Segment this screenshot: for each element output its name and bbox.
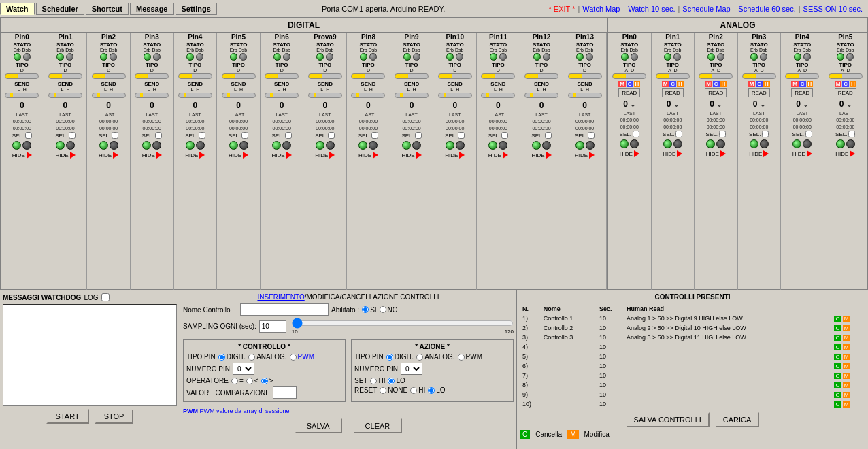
hide-row[interactable]: HIDE	[272, 152, 292, 159]
sampling-input[interactable]	[259, 320, 286, 333]
send-slider[interactable]	[265, 93, 299, 98]
circle-btn-2[interactable]	[542, 141, 551, 150]
sel-checkbox[interactable]	[719, 131, 726, 137]
circle-btn-2[interactable]	[456, 141, 465, 150]
m-btn[interactable]: M	[662, 81, 669, 87]
tipo-slider[interactable]	[5, 73, 39, 79]
watch-map-link[interactable]: Watch Map	[582, 5, 620, 13]
circle-btn-2[interactable]	[716, 139, 725, 148]
circle-btn-1[interactable]	[663, 139, 672, 148]
c-action-btn[interactable]: C	[834, 401, 841, 408]
watch-tab[interactable]: Watch	[0, 3, 35, 15]
circle-btn-2[interactable]	[630, 139, 639, 148]
send-slider[interactable]	[395, 93, 429, 98]
circle-btn-2[interactable]	[22, 141, 31, 150]
m-action-btn[interactable]: M	[843, 325, 850, 331]
circle-btn-1[interactable]	[358, 141, 367, 150]
h-btn[interactable]: H	[763, 81, 770, 87]
send-slider[interactable]	[438, 93, 472, 98]
reset-hi-radio[interactable]	[410, 387, 417, 394]
exit-link[interactable]: * EXIT *	[548, 5, 575, 13]
m-action-btn[interactable]: M	[843, 354, 850, 360]
tipo-pin-a-digit-radio[interactable]	[386, 354, 393, 361]
sel-checkbox[interactable]	[415, 132, 422, 139]
scheduler-tab[interactable]: Scheduler	[36, 3, 84, 15]
c-btn[interactable]: C	[713, 81, 720, 87]
clear-button[interactable]: CLEAR	[353, 418, 403, 433]
m-action-btn[interactable]: M	[843, 363, 850, 369]
schedule-60-link[interactable]: Schedule 60 sec.	[738, 5, 795, 13]
c-action-btn[interactable]: C	[834, 316, 841, 322]
m-action-btn[interactable]: M	[843, 344, 850, 350]
start-button[interactable]: START	[46, 409, 89, 424]
m-action-btn[interactable]: M	[843, 401, 850, 408]
set-hi-radio[interactable]	[370, 378, 377, 384]
circle-btn-1[interactable]	[620, 139, 629, 148]
tipo-slider[interactable]	[351, 73, 385, 79]
sel-checkbox[interactable]	[545, 132, 552, 139]
sel-checkbox[interactable]	[241, 132, 248, 139]
sampling-slider[interactable]	[292, 318, 514, 329]
op-eq-radio[interactable]	[231, 378, 238, 384]
send-slider[interactable]	[222, 93, 256, 98]
c-btn[interactable]: C	[627, 81, 633, 87]
send-slider[interactable]	[568, 93, 602, 98]
c-btn[interactable]: C	[756, 81, 763, 87]
sel-checkbox[interactable]	[675, 131, 682, 137]
tipo-slider[interactable]	[524, 73, 558, 79]
sel-checkbox[interactable]	[848, 131, 855, 137]
m-action-btn[interactable]: M	[843, 316, 850, 322]
reset-lo-radio[interactable]	[428, 387, 435, 394]
sel-checkbox[interactable]	[155, 132, 162, 139]
abilitato-si-label[interactable]: SI	[362, 306, 376, 314]
sel-checkbox[interactable]	[285, 132, 292, 139]
c-action-btn[interactable]: C	[834, 335, 841, 341]
hide-row[interactable]: HIDE	[402, 152, 422, 159]
h-btn[interactable]: H	[634, 81, 641, 87]
circle-btn-1[interactable]	[532, 141, 541, 150]
session-10-link[interactable]: SESSION 10 sec.	[803, 5, 863, 13]
m-action-btn[interactable]: M	[843, 373, 850, 379]
circle-btn-2[interactable]	[760, 139, 769, 148]
tipo-pin-c-digit-radio[interactable]	[218, 354, 225, 361]
hide-row[interactable]: HIDE	[315, 152, 335, 159]
tipo-slider[interactable]	[742, 73, 776, 79]
m-action-btn[interactable]: M	[843, 392, 850, 398]
h-btn[interactable]: H	[807, 81, 814, 87]
circle-btn-2[interactable]	[282, 141, 291, 150]
sel-checkbox[interactable]	[328, 132, 335, 139]
circle-btn-2[interactable]	[239, 141, 248, 150]
sel-checkbox[interactable]	[762, 131, 769, 137]
tipo-slider[interactable]	[438, 73, 472, 79]
read-button[interactable]: READ	[748, 88, 770, 97]
circle-btn-2[interactable]	[586, 141, 595, 150]
hide-row[interactable]: HIDE	[445, 152, 465, 159]
circle-btn-1[interactable]	[706, 139, 715, 148]
shortcut-tab[interactable]: Shortcut	[86, 3, 129, 15]
sel-checkbox[interactable]	[633, 131, 639, 137]
nome-controllo-input[interactable]	[240, 303, 329, 316]
circle-btn-1[interactable]	[272, 141, 281, 150]
hide-row[interactable]: HIDE	[575, 152, 595, 159]
circle-btn-1[interactable]	[56, 141, 65, 150]
hide-row[interactable]: HIDE	[358, 152, 378, 159]
numero-pin-a-select[interactable]: 012345	[401, 363, 422, 375]
sel-checkbox[interactable]	[69, 132, 76, 139]
hide-row[interactable]: HIDE	[12, 152, 32, 159]
h-btn[interactable]: H	[850, 81, 856, 87]
read-button[interactable]: READ	[618, 88, 640, 97]
circle-btn-1[interactable]	[99, 141, 108, 150]
hide-row[interactable]: HIDE	[488, 152, 508, 159]
send-slider[interactable]	[178, 93, 212, 98]
tipo-slider[interactable]	[395, 73, 429, 79]
send-slider[interactable]	[351, 93, 385, 98]
carica-button[interactable]: CARICA	[715, 412, 760, 427]
tipo-slider[interactable]	[656, 73, 690, 79]
message-tab[interactable]: Message	[130, 3, 173, 15]
circle-btn-2[interactable]	[326, 141, 335, 150]
hide-row[interactable]: HIDE	[706, 150, 726, 157]
tipo-slider[interactable]	[785, 73, 819, 79]
circle-btn-1[interactable]	[446, 141, 454, 150]
circle-btn-1[interactable]	[792, 139, 801, 148]
c-action-btn[interactable]: C	[834, 392, 841, 398]
